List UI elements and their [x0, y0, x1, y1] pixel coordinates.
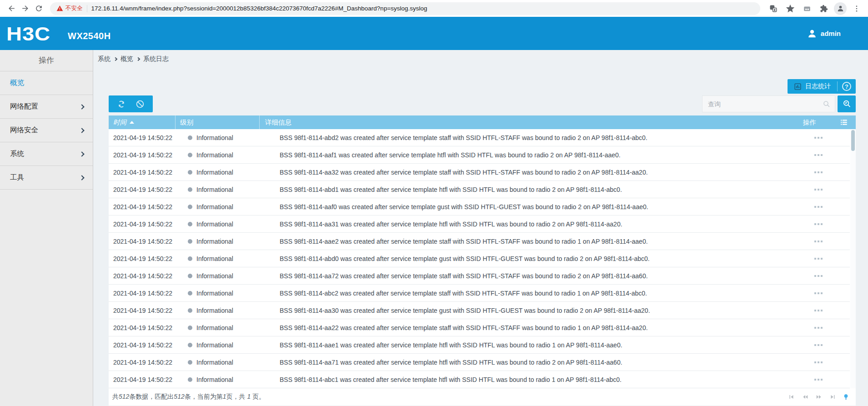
- table-row[interactable]: 2021-04-19 14:50:22 Informational BSS 98…: [109, 267, 850, 285]
- scrollbar-thumb[interactable]: [851, 130, 855, 151]
- row-more-actions-icon[interactable]: [787, 223, 850, 225]
- table-row[interactable]: 2021-04-19 14:50:22 Informational BSS 98…: [109, 233, 850, 250]
- next-page-icon[interactable]: [815, 394, 822, 401]
- refresh-icon[interactable]: [115, 98, 127, 110]
- row-more-actions-icon[interactable]: [787, 344, 850, 346]
- log-level: Informational: [175, 341, 259, 349]
- table-row[interactable]: 2021-04-19 14:50:22 Informational BSS 98…: [109, 302, 850, 319]
- forward-icon[interactable]: [18, 2, 32, 15]
- column-header-detail[interactable]: 详细信息: [259, 115, 787, 129]
- column-header-level[interactable]: 级别: [175, 115, 259, 129]
- level-label: Informational: [196, 186, 233, 193]
- chevron-right-icon: [136, 57, 140, 61]
- address-bar[interactable]: 不安全 172.16.11.4/wnm/frame/index.php?sess…: [50, 2, 760, 15]
- sort-ascending-icon: [130, 121, 134, 124]
- sidebar-item-menu[interactable]: 系统: [0, 142, 93, 166]
- table-row[interactable]: 2021-04-19 14:50:22 Informational BSS 98…: [109, 198, 850, 216]
- row-more-actions-icon[interactable]: [787, 379, 850, 381]
- log-time: 2021-04-19 14:50:22: [109, 307, 175, 314]
- sidebar-item-menu[interactable]: 网络配置: [0, 95, 93, 119]
- help-button[interactable]: ?: [838, 79, 856, 94]
- row-more-actions-icon[interactable]: [787, 189, 850, 190]
- translate-icon[interactable]: [767, 2, 780, 15]
- log-time: 2021-04-19 14:50:22: [109, 290, 175, 297]
- table-scrollbar: [850, 129, 856, 388]
- log-level: Informational: [175, 186, 259, 193]
- profile-avatar-icon[interactable]: [834, 2, 847, 15]
- row-more-actions-icon[interactable]: [787, 206, 850, 208]
- row-more-actions-icon[interactable]: [787, 275, 850, 277]
- table-row[interactable]: 2021-04-19 14:50:22 Informational BSS 98…: [109, 216, 850, 233]
- column-settings-button[interactable]: [832, 115, 856, 129]
- level-label: Informational: [196, 151, 233, 159]
- level-label: Informational: [196, 238, 233, 245]
- kebab-menu-icon[interactable]: [850, 2, 863, 15]
- sidebar-item-menu[interactable]: 网络安全: [0, 119, 93, 142]
- log-level: Informational: [175, 324, 259, 331]
- level-dot-icon: [188, 274, 192, 278]
- sidebar-item-active[interactable]: 概览: [0, 71, 93, 95]
- star-icon[interactable]: [783, 2, 797, 15]
- log-detail: BSS 98f1-8114-aa30 was created after ser…: [259, 307, 787, 314]
- row-more-actions-icon[interactable]: [787, 137, 850, 139]
- advanced-search-button[interactable]: [838, 95, 856, 112]
- sidebar-title: 操作: [0, 50, 93, 71]
- browser-toolbar: 不安全 172.16.11.4/wnm/frame/index.php?sess…: [0, 0, 868, 17]
- row-more-actions-icon[interactable]: [787, 327, 850, 329]
- level-label: Informational: [196, 255, 233, 262]
- sidebar-item-label: 概览: [10, 78, 24, 88]
- table-row[interactable]: 2021-04-19 14:50:22 Informational BSS 98…: [109, 319, 850, 336]
- breadcrumb-item[interactable]: 系统日志: [143, 55, 169, 63]
- prev-page-icon[interactable]: [802, 394, 808, 401]
- table-row[interactable]: 2021-04-19 14:50:22 Informational BSS 98…: [109, 285, 850, 302]
- log-detail: BSS 98f1-8114-aa32 was created after ser…: [259, 169, 787, 176]
- log-time: 2021-04-19 14:50:22: [109, 134, 175, 141]
- device-model-label: WX2540H: [68, 31, 111, 41]
- log-detail: BSS 98f1-8114-aa72 was created after ser…: [259, 272, 787, 280]
- chevron-right-icon: [79, 175, 84, 180]
- sidebar-item-label: 工具: [10, 173, 24, 182]
- time-header-label: 时间: [113, 118, 126, 127]
- last-page-icon[interactable]: [829, 394, 836, 401]
- log-stats-button[interactable]: 日志统计: [788, 79, 837, 94]
- log-level: Informational: [175, 290, 259, 297]
- table-row[interactable]: 2021-04-19 14:50:22 Informational BSS 98…: [109, 146, 850, 164]
- log-time: 2021-04-19 14:50:22: [109, 359, 175, 366]
- h3c-logo[interactable]: H3C: [6, 24, 50, 43]
- row-more-actions-icon[interactable]: [787, 241, 850, 242]
- table-row[interactable]: 2021-04-19 14:50:22 Informational BSS 98…: [109, 164, 850, 181]
- page-url: 172.16.11.4/wnm/frame/index.php?sessioni…: [91, 5, 427, 12]
- clear-ban-icon[interactable]: [134, 98, 146, 110]
- row-more-actions-icon[interactable]: [787, 154, 850, 156]
- sidebar-item-menu[interactable]: 工具: [0, 166, 93, 190]
- row-more-actions-icon[interactable]: [787, 310, 850, 311]
- reload-icon[interactable]: [32, 2, 45, 15]
- toolbar-row: [109, 95, 856, 112]
- table-toolbar: [109, 95, 153, 112]
- bar-chart-icon: [794, 83, 802, 90]
- search-input[interactable]: [702, 100, 835, 108]
- user-menu[interactable]: admin: [807, 29, 841, 39]
- breadcrumb-item[interactable]: 系统: [98, 55, 110, 63]
- level-dot-icon: [188, 360, 192, 365]
- back-icon[interactable]: [5, 2, 18, 15]
- table-row[interactable]: 2021-04-19 14:50:22 Informational BSS 98…: [109, 354, 850, 371]
- row-more-actions-icon[interactable]: [787, 258, 850, 260]
- lightbulb-icon[interactable]: [843, 394, 849, 401]
- table-row[interactable]: 2021-04-19 14:50:22 Informational BSS 98…: [109, 250, 850, 267]
- row-more-actions-icon[interactable]: [787, 361, 850, 363]
- column-header-time[interactable]: 时间: [109, 115, 175, 129]
- log-time: 2021-04-19 14:50:22: [109, 255, 175, 262]
- table-row[interactable]: 2021-04-19 14:50:22 Informational BSS 98…: [109, 336, 850, 354]
- table-row[interactable]: 2021-04-19 14:50:22 Informational BSS 98…: [109, 129, 850, 146]
- breadcrumb-item[interactable]: 概览: [120, 55, 133, 63]
- cards-icon[interactable]: [800, 2, 814, 15]
- row-more-actions-icon[interactable]: [787, 171, 850, 173]
- log-level: Informational: [175, 307, 259, 314]
- extensions-puzzle-icon[interactable]: [817, 2, 831, 15]
- first-page-icon[interactable]: [788, 394, 795, 401]
- table-row[interactable]: 2021-04-19 14:50:22 Informational BSS 98…: [109, 181, 850, 198]
- row-more-actions-icon[interactable]: [787, 292, 850, 294]
- log-time: 2021-04-19 14:50:22: [109, 272, 175, 280]
- table-row[interactable]: 2021-04-19 14:50:22 Informational BSS 98…: [109, 371, 850, 388]
